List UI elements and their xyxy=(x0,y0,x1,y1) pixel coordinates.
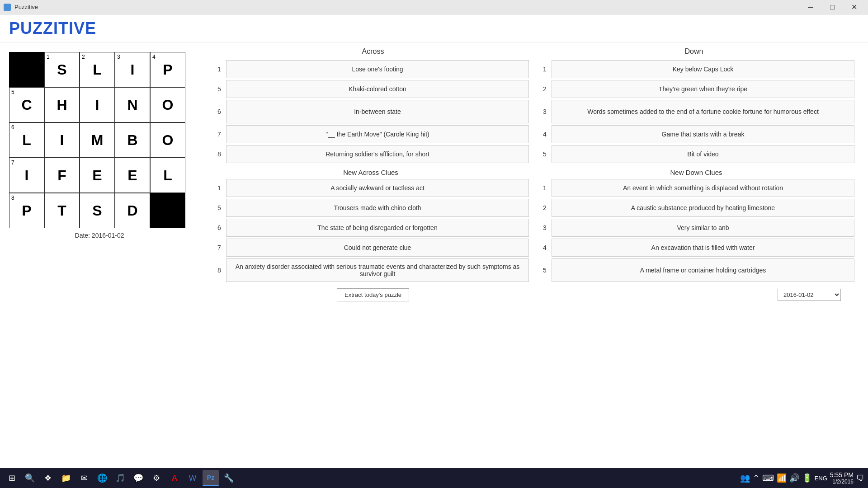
main-window: PUZZITIVE 1S2L3I4P5CHINO6LIMBO7IFEEL8PTS… xyxy=(0,14,868,468)
grid-row: 1S2L3I4P xyxy=(9,52,185,87)
clue-number: 7 xyxy=(212,125,226,143)
letter-cell[interactable]: O xyxy=(150,122,185,158)
letter-cell[interactable]: B xyxy=(115,122,150,158)
cell-letter: M xyxy=(91,132,104,149)
letter-cell[interactable]: 1S xyxy=(44,52,80,87)
grid-row: 5CHINO xyxy=(9,87,185,122)
clue-text[interactable]: They're green when they're ripe xyxy=(552,80,854,98)
new-down-clue-section: 1An event in which something is displace… xyxy=(538,179,854,197)
clue-text[interactable]: Very similar to anb xyxy=(552,219,854,237)
letter-cell[interactable]: I xyxy=(44,122,80,158)
clue-text[interactable]: Game that starts with a break xyxy=(552,125,854,143)
clue-text[interactable]: Lose one's footing xyxy=(226,60,529,78)
file-explorer-button[interactable]: 📁 xyxy=(58,470,74,486)
new-down-clue-section: 2A caustic substance produced by heating… xyxy=(538,199,854,217)
letter-cell[interactable]: 5C xyxy=(9,87,44,122)
clue-text[interactable]: "__ the Earth Move" (Carole King hit) xyxy=(226,125,529,143)
letter-cell[interactable]: L xyxy=(150,158,185,193)
cell-letter: L xyxy=(93,61,102,78)
letter-cell[interactable]: N xyxy=(115,87,150,122)
letter-cell[interactable]: O xyxy=(150,87,185,122)
clue-number: 5 xyxy=(212,80,226,98)
wifi-icon: 📶 xyxy=(777,473,787,483)
cell-letter: P xyxy=(163,61,172,78)
letter-cell[interactable]: 2L xyxy=(80,52,115,87)
letter-cell[interactable]: D xyxy=(115,193,150,228)
maximize-button[interactable]: □ xyxy=(822,0,843,14)
cell-number: 3 xyxy=(117,54,120,60)
settings-button[interactable]: ⚙ xyxy=(148,470,165,486)
cell-number: 8 xyxy=(11,195,14,201)
cell-letter: L xyxy=(163,167,172,184)
clue-text[interactable]: An event in which something is displaced… xyxy=(552,179,854,197)
cell-letter: N xyxy=(127,97,137,113)
clue-text[interactable]: Key below Caps Lock xyxy=(552,60,854,78)
grid-row: 8PTSD xyxy=(9,193,185,228)
chevron-up-icon[interactable]: ⌃ xyxy=(753,473,760,483)
new-clue-row: 6The state of being disregarded or forgo… xyxy=(212,219,854,237)
cell-letter: I xyxy=(60,132,64,149)
search-button[interactable]: 🔍 xyxy=(22,470,38,486)
clue-text[interactable]: Returning soldier's affliction, for shor… xyxy=(226,145,529,163)
letter-cell[interactable]: 3I xyxy=(115,52,150,87)
cell-letter: L xyxy=(22,132,31,149)
chat-button[interactable]: 💬 xyxy=(130,470,146,486)
notification-button[interactable]: 🗨 xyxy=(856,474,864,483)
letter-cell[interactable]: 4P xyxy=(150,52,185,87)
cell-letter: C xyxy=(21,97,32,113)
clue-text[interactable]: An excavation that is filled with water xyxy=(552,239,854,257)
clue-text[interactable]: A socially awkward or tactless act xyxy=(226,179,529,197)
date-selector[interactable]: 2016-01-02 xyxy=(778,289,841,301)
across-clue-section: 6In-between state xyxy=(212,100,529,123)
clue-text[interactable]: An anxiety disorder associated with seri… xyxy=(226,258,529,282)
adobe-button[interactable]: A xyxy=(166,470,183,486)
letter-cell[interactable]: S xyxy=(80,193,115,228)
letter-cell[interactable]: 7I xyxy=(9,158,44,193)
clue-text[interactable]: Words sometimes added to the end of a fo… xyxy=(552,100,854,123)
people-icon[interactable]: 👥 xyxy=(740,473,750,483)
letter-cell[interactable]: H xyxy=(44,87,80,122)
clue-text[interactable]: Khaki-colored cotton xyxy=(226,80,529,98)
clue-text[interactable]: In-between state xyxy=(226,100,529,123)
bottom-row: Extract today's puzzle 2016-01-02 xyxy=(212,288,854,301)
word-button[interactable]: W xyxy=(184,470,201,486)
clue-text[interactable]: A metal frame or container holding cartr… xyxy=(552,258,854,282)
clue-row: 6In-between state3Words sometimes added … xyxy=(212,100,854,123)
letter-cell[interactable]: T xyxy=(44,193,80,228)
across-header: Across xyxy=(212,47,533,56)
date-label: Date: 2016-01-02 xyxy=(9,232,190,239)
minimize-button[interactable]: ─ xyxy=(800,0,821,14)
clue-text[interactable]: Trousers made with chino cloth xyxy=(226,199,529,217)
clues-header: Across Down xyxy=(212,47,854,56)
clue-text[interactable]: Bit of video xyxy=(552,145,854,163)
close-button[interactable]: ✕ xyxy=(844,0,864,14)
down-clue-section: 1Key below Caps Lock xyxy=(538,60,854,78)
letter-cell[interactable]: E xyxy=(115,158,150,193)
title-bar: Puzzitive ─ □ ✕ xyxy=(0,0,868,14)
lang-indicator: ENG xyxy=(815,475,827,482)
clock: 5:55 PM 1/2/2016 xyxy=(830,471,854,485)
task-view-button[interactable]: ❖ xyxy=(40,470,56,486)
puzzitive-button[interactable]: Pz xyxy=(203,470,219,486)
extract-button[interactable]: Extract today's puzzle xyxy=(337,288,409,301)
down-clue-section: 3Words sometimes added to the end of a f… xyxy=(538,100,854,123)
browser-button[interactable]: 🌐 xyxy=(94,470,110,486)
cell-letter: E xyxy=(127,167,137,184)
music-button[interactable]: 🎵 xyxy=(112,470,128,486)
clue-text[interactable]: The state of being disregarded or forgot… xyxy=(226,219,529,237)
start-button[interactable]: ⊞ xyxy=(4,470,20,486)
extra-button[interactable]: 🔧 xyxy=(221,470,237,486)
letter-cell[interactable]: M xyxy=(80,122,115,158)
letter-cell[interactable]: 6L xyxy=(9,122,44,158)
clue-text[interactable]: A caustic substance produced by heating … xyxy=(552,199,854,217)
app-title: PUZZITIVE xyxy=(9,19,859,38)
letter-cell[interactable]: I xyxy=(80,87,115,122)
clue-number: 6 xyxy=(212,100,226,123)
mail-button[interactable]: ✉ xyxy=(76,470,92,486)
letter-cell[interactable]: E xyxy=(80,158,115,193)
clue-number: 3 xyxy=(538,219,552,237)
new-across-clue-section: 6The state of being disregarded or forgo… xyxy=(212,219,529,237)
letter-cell[interactable]: F xyxy=(44,158,80,193)
clue-text[interactable]: Could not generate clue xyxy=(226,239,529,257)
letter-cell[interactable]: 8P xyxy=(9,193,44,228)
